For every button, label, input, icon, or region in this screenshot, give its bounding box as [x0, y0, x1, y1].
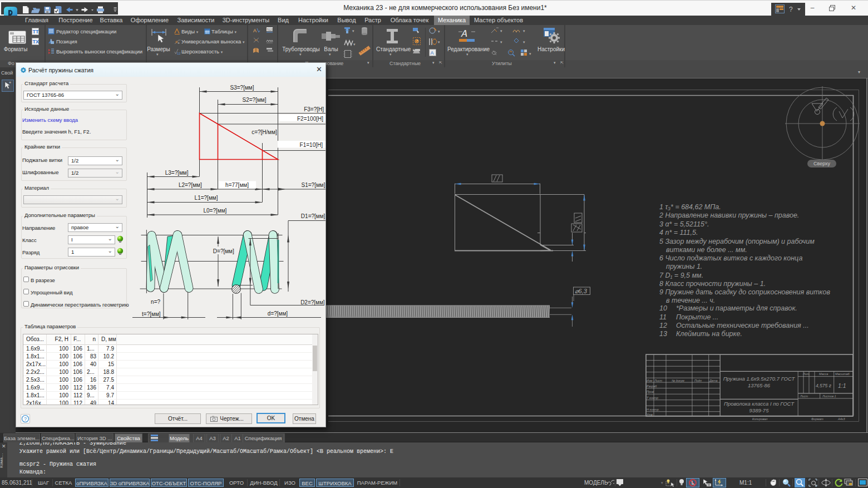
svg-text:Сверху: Сверху [813, 161, 831, 166]
svg-text:⌀6,3: ⌀6,3 [575, 288, 588, 294]
svg-text:3 α* = 5,52115°.: 3 α* = 5,52115°. [659, 220, 709, 228]
svg-text:5 Зазор между нерабочим (опорн: 5 Зазор между нерабочим (опорным) и рабо… [659, 238, 815, 245]
svg-text:12: 12 [659, 322, 667, 329]
svg-text:Копировал: Копировал [752, 417, 767, 421]
svg-text:7 D₁ = 9,5 мм.: 7 D₁ = 9,5 мм. [659, 272, 703, 279]
svg-text:Масса: Масса [819, 372, 828, 376]
svg-text:4,575 г: 4,575 г [816, 383, 831, 388]
svg-text:8 Класс прочности пружины – 1.: 8 Класс прочности пружины – 1. [659, 280, 766, 288]
svg-text:F1=10[Н]: F1=10[Н] [300, 142, 323, 148]
svg-text:F2=100[Н]: F2=100[Н] [297, 116, 323, 122]
svg-text:пружины 1.: пружины 1. [666, 263, 702, 270]
svg-text:Проволока класса I по ГОСТ: Проволока класса I по ГОСТ [724, 401, 795, 407]
svg-text:11: 11 [659, 313, 667, 321]
svg-text:F3=?[Н]: F3=?[Н] [304, 106, 324, 112]
svg-text:Покрытие ...: Покрытие ... [676, 313, 718, 321]
svg-text:c=?[Н/мм]: c=?[Н/мм] [251, 129, 277, 135]
svg-text:Подп: Подп [694, 379, 702, 382]
svg-text:Утв: Утв [646, 413, 653, 416]
svg-text:Т контр: Т контр [647, 396, 658, 400]
svg-text:9389-75: 9389-75 [749, 407, 770, 413]
svg-text:S3=?[мм]: S3=?[мм] [230, 85, 254, 91]
svg-text:h=77[мм]: h=77[мм] [225, 182, 249, 188]
svg-text:№ докум: № докум [672, 379, 684, 382]
svg-text:Лист: Лист [654, 379, 663, 382]
svg-text:n=?: n=? [151, 299, 160, 305]
svg-text:Пров: Пров [647, 390, 654, 393]
svg-text:13: 13 [659, 330, 667, 338]
svg-text:S2=?[мм]: S2=?[мм] [243, 97, 267, 103]
svg-text:6 Число поджатых витков с кажд: 6 Число поджатых витков с каждого конца [659, 254, 802, 262]
svg-text:*Размеры и параметры для справ: *Размеры и параметры для справок. [676, 304, 797, 312]
svg-text:4 n* = 111,5.: 4 n* = 111,5. [659, 229, 698, 236]
svg-text:2 Направление навивки пружины: 2 Направление навивки пружины – правое. [659, 211, 799, 219]
svg-text:Лит.: Лит. [802, 372, 810, 376]
svg-text:10: 10 [659, 304, 667, 312]
svg-text:D1=?[мм]: D1=?[мм] [301, 213, 326, 219]
svg-text:D2=?[мм]: D2=?[мм] [300, 299, 325, 305]
svg-text:Листов 1: Листов 1 [822, 395, 836, 398]
svg-text:Остальные технические требован: Остальные технические требования ... [676, 322, 809, 329]
svg-text:L0=?[мм]: L0=?[мм] [203, 208, 226, 214]
svg-text:Изм: Изм [647, 379, 652, 382]
svg-text:Лист: Лист [800, 395, 808, 398]
svg-text:Дата: Дата [709, 379, 718, 382]
svg-text:13765-86: 13765-86 [748, 382, 771, 388]
svg-text:Разраб: Разраб [647, 385, 657, 388]
svg-text:L1=?[мм]: L1=?[мм] [195, 195, 218, 201]
svg-text:А4х3: А4х3 [837, 417, 845, 421]
svg-text:t=?[мм]: t=?[мм] [142, 311, 161, 317]
svg-text:9 Пружине дать осадку до сопри: 9 Пружине дать осадку до соприкосновения… [659, 288, 830, 296]
svg-text:L3=?[мм]: L3=?[мм] [165, 170, 189, 176]
svg-text:Н контр.: Н контр. [647, 408, 659, 411]
svg-text:L2=?[мм]: L2=?[мм] [179, 182, 202, 188]
svg-text:+: + [9, 81, 11, 85]
svg-text:витками не более ... мм.: витками не более ... мм. [666, 246, 747, 254]
svg-text:Масштаб: Масштаб [835, 372, 850, 376]
svg-text:в течение ... ч.: в течение ... ч. [666, 297, 715, 304]
svg-text:Формат: Формат [811, 417, 823, 421]
svg-text:Клеймить на бирке.: Клеймить на бирке. [676, 330, 742, 338]
svg-text:D=?[мм]: D=?[мм] [213, 248, 234, 254]
svg-text:d=?[мм]: d=?[мм] [268, 310, 288, 317]
svg-text:1:1: 1:1 [838, 382, 846, 389]
svg-text:1 τ₃* = 684,62 МПа.: 1 τ₃* = 684,62 МПа. [659, 203, 721, 211]
svg-text:Пружина 1.6х9.5х270.7 ГОСТ: Пружина 1.6х9.5х270.7 ГОСТ [723, 376, 796, 382]
svg-text:S1=?[мм]: S1=?[мм] [302, 182, 326, 188]
